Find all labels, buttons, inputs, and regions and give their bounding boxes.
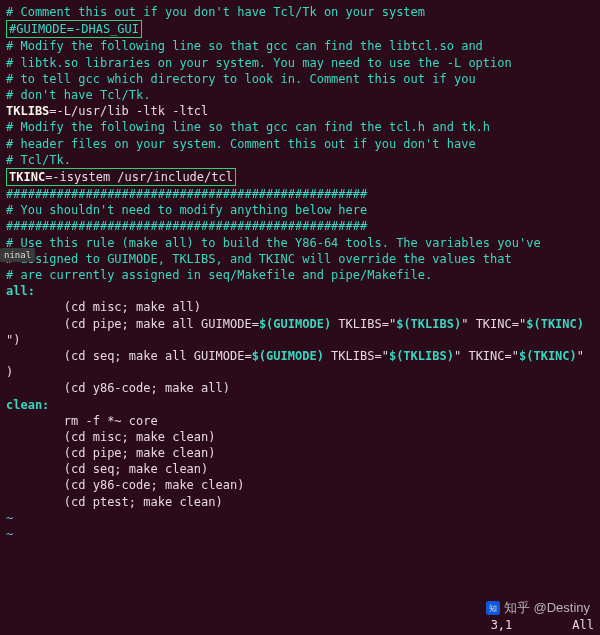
code-line: (cd pipe; make all GUIMODE=$(GUIMODE) TK… bbox=[6, 316, 594, 332]
highlighted-line: TKINC=-isystem /usr/include/tcl bbox=[6, 168, 236, 186]
code-line: (cd y86-code; make all) bbox=[6, 380, 594, 396]
code-line: # Tcl/Tk. bbox=[6, 152, 594, 168]
svg-text:知: 知 bbox=[489, 604, 497, 613]
code-line: ~ bbox=[6, 526, 594, 542]
code-line: # Modify the following line so that gcc … bbox=[6, 38, 594, 54]
code-line: ~ bbox=[6, 510, 594, 526]
code-line: ########################################… bbox=[6, 186, 594, 202]
code-line: (cd seq; make clean) bbox=[6, 461, 594, 477]
terminal-tab: ninal bbox=[0, 248, 35, 262]
code-line: TKLIBS=-L/usr/lib -ltk -ltcl bbox=[6, 103, 594, 119]
code-line: (cd misc; make clean) bbox=[6, 429, 594, 445]
code-line: clean: bbox=[6, 397, 594, 413]
code-line: # to tell gcc which directory to look in… bbox=[6, 71, 594, 87]
cursor-position: 3,1 bbox=[491, 617, 513, 633]
code-line: # assigned to GUIMODE, TKLIBS, and TKINC… bbox=[6, 251, 594, 267]
code-line: ) bbox=[6, 364, 594, 380]
code-line: # Modify the following line so that gcc … bbox=[6, 119, 594, 135]
code-line: # Comment this out if you don't have Tcl… bbox=[6, 4, 594, 20]
code-line: (cd misc; make all) bbox=[6, 299, 594, 315]
code-line: ########################################… bbox=[6, 218, 594, 234]
code-line: TKINC=-isystem /usr/include/tcl bbox=[6, 168, 594, 186]
code-line: # header files on your system. Comment t… bbox=[6, 136, 594, 152]
code-line: (cd y86-code; make clean) bbox=[6, 477, 594, 493]
highlighted-line: #GUIMODE=-DHAS_GUI bbox=[6, 20, 142, 38]
code-line: ") bbox=[6, 332, 594, 348]
code-line: # libtk.so libraries on your system. You… bbox=[6, 55, 594, 71]
code-line: #GUIMODE=-DHAS_GUI bbox=[6, 20, 594, 38]
scroll-indicator: All bbox=[572, 617, 594, 633]
code-line: # don't have Tcl/Tk. bbox=[6, 87, 594, 103]
code-line: (cd pipe; make clean) bbox=[6, 445, 594, 461]
code-line: (cd seq; make all GUIMODE=$(GUIMODE) TKL… bbox=[6, 348, 594, 364]
status-bar: 3,1 All bbox=[6, 617, 594, 633]
code-line: (cd ptest; make clean) bbox=[6, 494, 594, 510]
code-line: rm -f *~ core bbox=[6, 413, 594, 429]
code-line: # Use this rule (make all) to build the … bbox=[6, 235, 594, 251]
code-line: # are currently assigned in seq/Makefile… bbox=[6, 267, 594, 283]
code-line: all: bbox=[6, 283, 594, 299]
code-line: # You shouldn't need to modify anything … bbox=[6, 202, 594, 218]
watermark: 知知乎 @Destiny bbox=[486, 599, 590, 617]
code-editor: # Comment this out if you don't have Tcl… bbox=[6, 4, 594, 542]
zhihu-icon: 知 bbox=[486, 601, 500, 615]
